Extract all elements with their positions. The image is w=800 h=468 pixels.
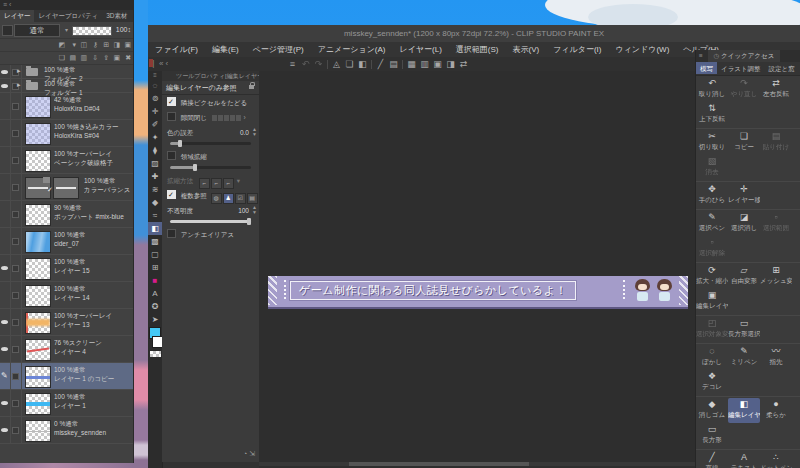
menu-item[interactable]: ファイル(F) <box>148 42 205 57</box>
layer-checkbox[interactable] <box>12 157 19 164</box>
gap-segments[interactable] <box>212 114 244 121</box>
tool-palette-menu-icon[interactable]: ≡ <box>148 71 162 79</box>
qa-button-貼り付け[interactable]: ▤貼り付け <box>760 130 792 155</box>
layer-row[interactable]: 100 %通常レイヤー 14 <box>0 282 133 309</box>
qa-button-柔らか[interactable]: ●柔らか <box>760 398 792 423</box>
chevron-right-icon[interactable]: › <box>244 114 246 121</box>
tool-figure-icon[interactable]: ▢ <box>148 248 162 261</box>
story-icon[interactable]: ▣ <box>431 57 444 71</box>
menu-item[interactable]: 表示(V) <box>506 42 547 57</box>
tool-brush-icon[interactable]: ≋ <box>148 183 162 196</box>
layer-opacity-slider[interactable] <box>72 26 112 36</box>
pen-line-icon[interactable]: ╱ <box>374 57 387 71</box>
qa-button-取り消し[interactable]: ↶取り消し <box>696 77 728 102</box>
layer-thumbnail[interactable] <box>25 285 51 307</box>
layer-checkbox[interactable] <box>12 319 19 326</box>
tool-selection-pen-icon[interactable]: ✚ <box>148 170 162 183</box>
qa-button-長方形選択[interactable]: ▭長方形選択 <box>728 317 760 342</box>
menu-item[interactable]: フィルター(I) <box>546 42 608 57</box>
opacity-value[interactable]: 100 <box>238 203 249 218</box>
checkbox-checked[interactable] <box>167 97 176 106</box>
flip-view-icon[interactable]: ⇄ <box>457 57 470 71</box>
checkbox-unchecked[interactable] <box>167 112 176 121</box>
visibility-eye-icon[interactable] <box>1 320 8 324</box>
panel-menu-icon[interactable]: ≡ <box>696 52 706 59</box>
tool-frame-icon[interactable]: ▨ <box>148 157 162 170</box>
visibility-eye-icon[interactable] <box>1 70 8 74</box>
visibility-eye-icon[interactable] <box>1 84 8 88</box>
layers-tab-inactive[interactable]: 3D素材 <box>102 10 131 22</box>
layer-thumbnail[interactable] <box>25 231 51 253</box>
qa-button-消しゴム[interactable]: ◆消しゴム <box>696 398 728 423</box>
layer-palette-icon[interactable]: ✖ <box>120 52 131 64</box>
qa-button-テキスト[interactable]: Aテキスト <box>728 451 760 468</box>
visibility-eye-icon[interactable] <box>1 401 8 405</box>
layer-row[interactable]: 76 %スクリーンレイヤー 4 <box>0 336 133 363</box>
qa-button-ミリペン[interactable]: ✎ミリペン <box>728 345 760 370</box>
transparent-color-swatch[interactable] <box>150 351 161 357</box>
expander-icon[interactable]: ▸ <box>17 81 21 89</box>
layer-thumbnail[interactable] <box>25 123 51 145</box>
qa-button-直線[interactable]: ╱直線 <box>696 451 728 468</box>
tool-balloon-icon[interactable]: ✪ <box>148 300 162 313</box>
tool-wand-icon[interactable]: ✦ <box>148 131 162 144</box>
tool-auto-select-icon[interactable]: ⊚ <box>148 92 162 105</box>
tool-property-tab[interactable]: ツールプロパティ[編集レイヤーのみ参照] <box>162 71 259 81</box>
menu-item[interactable]: ウィンドウ(W) <box>608 42 676 57</box>
paste-tone-icon[interactable]: ▤ <box>387 57 400 71</box>
layer-row[interactable]: 100 %オーバーレイレイヤー 13 <box>0 309 133 336</box>
layer-row[interactable]: 42 %通常HoloxKira D#04 <box>0 93 133 120</box>
area-scaling-slider[interactable] <box>170 166 251 169</box>
thumbnail-size-icon[interactable] <box>2 25 13 36</box>
qa-button-デコレ[interactable]: ❖デコレ <box>696 370 728 395</box>
layer-thumbnail[interactable] <box>25 204 51 226</box>
area-scaling-row[interactable]: 領域拡縮 <box>162 149 259 164</box>
layer-checkbox[interactable] <box>12 292 19 299</box>
tool-decoration-icon[interactable]: ◆ <box>148 196 162 209</box>
layers-tab-inactive[interactable]: レイヤープロパティ <box>34 10 102 22</box>
layer-thumbnail[interactable] <box>25 420 51 442</box>
redo-icon[interactable]: ↷ <box>312 57 325 71</box>
qa-button-コピー[interactable]: ❏コピー <box>728 130 760 155</box>
scaling-method-buttons[interactable]: ⌐⌐⌐ <box>199 177 237 184</box>
layer-thumbnail[interactable] <box>25 312 51 334</box>
qa-button-自由変形[interactable]: ▱自由変形 <box>728 264 760 289</box>
layer-palette-icon[interactable]: ❏ <box>54 52 65 64</box>
qa-button-レイヤー移動[interactable]: ✛レイヤー移動 <box>728 183 760 208</box>
visibility-eye-icon[interactable] <box>1 347 8 351</box>
layers-tab-active[interactable]: レイヤー <box>0 10 34 22</box>
snap-icon[interactable]: ❏ <box>343 57 356 71</box>
tool-eyedropper-icon[interactable]: ⧫ <box>148 144 162 157</box>
adjustment-thumbnail[interactable] <box>53 177 79 199</box>
checkbox-unchecked[interactable] <box>167 229 176 238</box>
menu-item[interactable]: レイヤー(L) <box>392 42 448 57</box>
layer-palette-icon[interactable]: ▥ <box>76 52 87 64</box>
layer-palette-icon[interactable]: ◩ <box>54 39 65 51</box>
quick-access-set-tab[interactable]: 模写 <box>696 62 717 74</box>
tool-frame-border-icon[interactable]: ⊞ <box>148 261 162 274</box>
canvas-area[interactable]: ゲーム制作に関わる同人誌見せびらかしているよ！ <box>259 71 695 468</box>
layer-checkbox[interactable] <box>12 265 19 272</box>
tool-text-icon[interactable]: A <box>148 287 162 300</box>
layer-row[interactable]: 0 %通常misskey_sennden <box>0 417 133 444</box>
layer-thumbnail[interactable] <box>25 258 51 280</box>
layer-palette-icon[interactable]: ◫ <box>76 39 87 51</box>
layer-row[interactable]: ✎100 %通常レイヤー 1 のコピー <box>0 363 133 390</box>
layer-row[interactable]: 100 %焼き込みカラーHoloxKira S#04 <box>0 120 133 147</box>
banner-document[interactable]: ゲーム制作に関わる同人誌見せびらかしているよ！ <box>268 276 688 309</box>
layer-thumbnail[interactable] <box>25 366 51 388</box>
layer-thumbnail[interactable] <box>25 150 51 172</box>
tool-property-footer-icons[interactable]: ◔ ⇲ <box>243 450 255 458</box>
rotate-canvas-icon[interactable]: ◬ <box>330 57 343 71</box>
qa-button-消去[interactable]: ▧消去 <box>696 155 728 180</box>
menu-item[interactable]: アニメーション(A) <box>311 42 393 57</box>
layer-palette-icon[interactable]: ▣ <box>109 52 120 64</box>
qa-button-やり直し[interactable]: ↷やり直し <box>728 77 760 102</box>
lock-icon[interactable] <box>249 85 254 89</box>
layer-checkbox[interactable] <box>12 184 19 191</box>
tool-color-set-icon[interactable]: ■ <box>148 274 162 287</box>
antialias-row[interactable]: アンチエイリアス <box>162 227 259 242</box>
tolerance-slider[interactable] <box>170 142 251 145</box>
layer-palette-icon[interactable]: ⊞ <box>98 39 109 51</box>
layer-checkbox[interactable] <box>12 427 19 434</box>
